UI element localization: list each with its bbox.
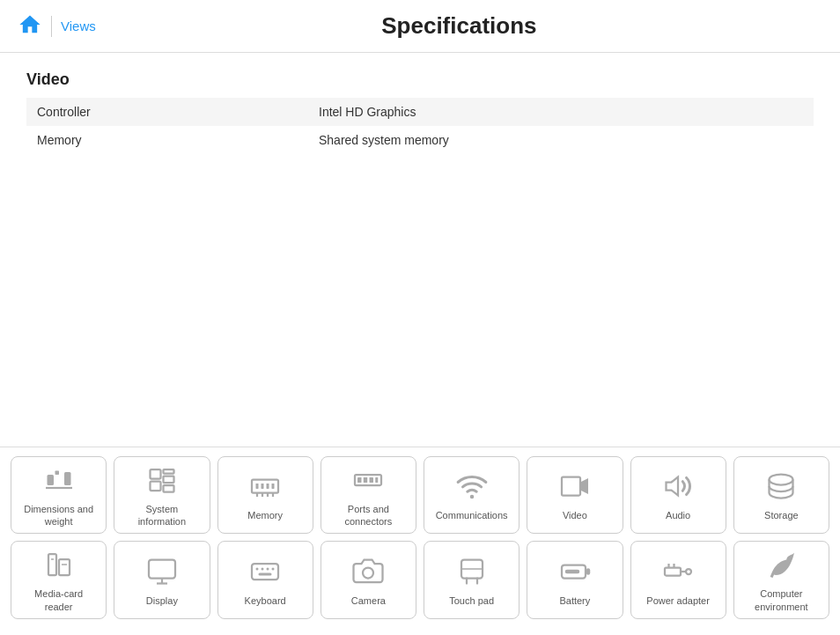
svg-point-23 <box>469 495 474 499</box>
nav-item-system-information[interactable]: Systeminformation <box>114 456 210 535</box>
spec-value: Intel HD Graphics <box>308 98 814 126</box>
memory-icon <box>249 470 281 509</box>
nav-item-display[interactable]: Display <box>114 541 210 619</box>
svg-rect-10 <box>256 484 259 489</box>
touch-pad-icon <box>456 556 488 594</box>
home-icon[interactable] <box>18 12 42 41</box>
svg-rect-32 <box>149 559 175 578</box>
nav-item-video[interactable]: Video <box>527 456 623 535</box>
dimensions-weight-icon <box>43 464 75 503</box>
svg-rect-19 <box>357 477 362 483</box>
video-icon <box>559 470 591 509</box>
nav-item-power-adapter[interactable]: Power adapter <box>630 541 726 619</box>
svg-rect-20 <box>364 477 368 483</box>
ports-connectors-icon <box>352 464 384 503</box>
computer-environment-label: Computerenvironment <box>755 587 808 613</box>
views-link[interactable]: Views <box>61 18 96 33</box>
svg-rect-13 <box>272 484 275 489</box>
power-adapter-label: Power adapter <box>646 594 710 607</box>
nav-item-media-card-reader[interactable]: Media-cardreader <box>11 541 107 619</box>
camera-icon <box>352 556 384 594</box>
power-adapter-icon <box>662 556 694 594</box>
nav-item-memory[interactable]: Memory <box>217 456 313 535</box>
nav-item-keyboard[interactable]: Keyboard <box>217 541 313 619</box>
camera-label: Camera <box>351 594 386 607</box>
svg-rect-24 <box>562 476 580 495</box>
nav-item-storage[interactable]: Storage <box>733 456 829 535</box>
nav-item-camera[interactable]: Camera <box>321 541 416 619</box>
svg-rect-29 <box>59 559 70 575</box>
memory-label: Memory <box>247 509 283 521</box>
battery-label: Battery <box>559 594 590 607</box>
battery-icon <box>559 556 591 594</box>
svg-point-49 <box>686 569 691 574</box>
svg-rect-12 <box>267 484 269 489</box>
nav-item-touch-pad[interactable]: Touch pad <box>424 541 519 619</box>
system-information-label: Systeminformation <box>138 503 186 528</box>
svg-rect-21 <box>370 477 374 483</box>
svg-rect-35 <box>252 564 278 580</box>
table-row: MemoryShared system memory <box>26 126 814 154</box>
display-label: Display <box>146 594 178 607</box>
page-title: Specifications <box>96 12 822 40</box>
svg-rect-3 <box>64 472 71 485</box>
svg-rect-4 <box>150 469 160 479</box>
communications-icon <box>456 470 488 509</box>
audio-label: Audio <box>666 509 690 521</box>
computer-environment-icon <box>765 549 797 587</box>
media-card-reader-icon <box>43 549 75 587</box>
nav-item-battery[interactable]: Battery <box>527 541 623 619</box>
svg-point-27 <box>770 474 793 484</box>
media-card-reader-label: Media-cardreader <box>34 587 83 613</box>
ports-connectors-label: Ports andconnectors <box>344 503 392 528</box>
system-information-icon <box>146 464 178 503</box>
spec-value: Shared system memory <box>308 126 814 154</box>
svg-marker-25 <box>580 478 588 494</box>
storage-icon <box>765 470 797 509</box>
keyboard-label: Keyboard <box>245 594 286 607</box>
svg-rect-11 <box>262 484 264 489</box>
nav-item-computer-environment[interactable]: Computerenvironment <box>733 541 829 619</box>
svg-rect-0 <box>47 475 54 485</box>
svg-rect-47 <box>665 567 681 575</box>
video-label: Video <box>563 509 587 521</box>
touch-pad-label: Touch pad <box>449 594 494 607</box>
keyboard-icon <box>249 556 281 594</box>
svg-rect-22 <box>376 477 379 483</box>
header-left: Views <box>18 12 96 41</box>
table-row: ControllerIntel HD Graphics <box>26 98 814 126</box>
header: Views Specifications <box>0 0 840 53</box>
bottom-nav: Dimensions andweight Systeminformation M… <box>0 447 840 635</box>
svg-rect-8 <box>163 485 173 492</box>
svg-point-41 <box>363 567 373 578</box>
storage-label: Storage <box>764 509 799 521</box>
dimensions-weight-label: Dimensions andweight <box>24 503 93 528</box>
spec-label: Controller <box>26 98 308 126</box>
nav-item-communications[interactable]: Communications <box>424 456 519 535</box>
svg-marker-26 <box>667 476 679 495</box>
section-title: Video <box>26 70 814 89</box>
svg-rect-7 <box>163 476 173 483</box>
nav-item-dimensions-weight[interactable]: Dimensions andweight <box>11 456 107 535</box>
display-icon <box>146 556 178 594</box>
nav-row-1: Dimensions andweight Systeminformation M… <box>11 456 829 535</box>
svg-rect-5 <box>163 469 173 474</box>
spec-table: ControllerIntel HD GraphicsMemoryShared … <box>26 98 814 154</box>
communications-label: Communications <box>436 509 508 521</box>
nav-item-ports-connectors[interactable]: Ports andconnectors <box>321 456 416 535</box>
nav-item-audio[interactable]: Audio <box>630 456 726 535</box>
nav-row-2: Media-cardreader Display Keyboard Camera… <box>11 541 829 619</box>
svg-rect-28 <box>48 554 56 575</box>
svg-rect-1 <box>55 470 59 475</box>
audio-icon <box>662 470 694 509</box>
header-divider <box>51 16 52 37</box>
svg-rect-6 <box>150 481 160 491</box>
spec-label: Memory <box>26 126 308 154</box>
main-content: Video ControllerIntel HD GraphicsMemoryS… <box>0 53 840 172</box>
